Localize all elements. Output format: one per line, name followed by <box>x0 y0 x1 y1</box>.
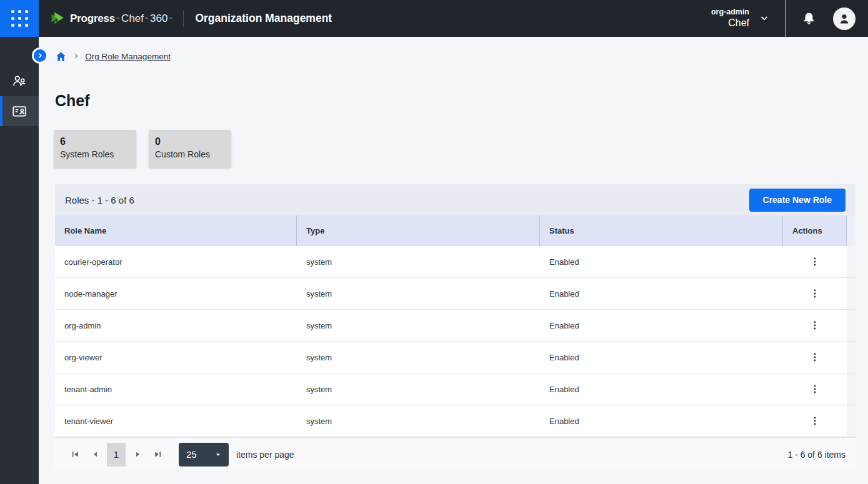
table-row: tenant-admin system Enabled <box>55 373 856 405</box>
stat-card-custom-roles: 0 Custom Roles <box>149 130 231 168</box>
row-actions-menu-button[interactable] <box>806 412 824 430</box>
roles-table-card: Roles - 1 - 6 of 6 Create New Role Role … <box>55 184 856 471</box>
page-size-value: 25 <box>186 449 197 460</box>
row-actions-menu-button[interactable] <box>806 380 824 398</box>
notifications-button[interactable] <box>801 11 817 26</box>
column-header-type: Type <box>297 215 540 246</box>
chevron-down-icon <box>759 13 769 23</box>
cell-type: system <box>297 342 540 373</box>
previous-page-button[interactable] <box>85 445 105 465</box>
cell-role-name: courier-operator <box>55 246 297 277</box>
pagination-range-label: 1 - 6 of 6 items <box>787 450 846 460</box>
header-divider <box>183 11 184 27</box>
last-page-button[interactable] <box>147 445 167 465</box>
kebab-menu-icon <box>810 416 820 426</box>
stat-value: 6 <box>60 136 136 149</box>
row-actions-menu-button[interactable] <box>806 252 824 271</box>
last-page-icon <box>153 450 162 459</box>
cell-role-name: tenant-admin <box>55 373 297 405</box>
stat-label: Custom Roles <box>155 149 231 161</box>
breadcrumb-separator: › <box>74 50 77 61</box>
cell-role-name: org-admin <box>55 310 297 341</box>
table-scroll-gutter <box>847 215 856 246</box>
kebab-menu-icon <box>810 289 820 299</box>
kebab-menu-icon <box>810 320 820 330</box>
create-new-role-button[interactable]: Create New Role <box>749 189 846 212</box>
table-row: org-viewer system Enabled <box>55 342 856 373</box>
home-icon <box>55 51 67 62</box>
org-switcher[interactable]: org-admin Chef <box>711 7 769 30</box>
table-row: org-admin system Enabled <box>55 310 856 342</box>
app-grid-button[interactable] <box>0 0 39 37</box>
sidebar-item-roles[interactable] <box>0 96 39 126</box>
cell-role-name: tenant-viewer <box>55 405 297 437</box>
trademark-mark: ™ <box>144 17 148 21</box>
first-page-icon <box>71 450 80 459</box>
app-grid-icon <box>11 10 28 27</box>
cell-status: Enabled <box>540 278 783 309</box>
app-title: Organization Management <box>195 12 332 25</box>
next-page-button[interactable] <box>127 445 147 465</box>
stat-value: 0 <box>155 136 231 149</box>
cell-type: system <box>297 246 540 277</box>
table-title: Roles - 1 - 6 of 6 <box>65 195 134 205</box>
brand-progress: Progress <box>70 12 115 25</box>
bell-icon <box>801 11 817 26</box>
first-page-button[interactable] <box>65 445 85 465</box>
brand-chef: Chef <box>121 12 144 25</box>
row-actions-menu-button[interactable] <box>806 316 824 335</box>
items-per-page-label: items per page <box>236 450 294 460</box>
table-body: courier-operator system Enabled node-man… <box>55 246 856 437</box>
table-row: node-manager system Enabled <box>55 278 856 310</box>
table-header-row: Role Name Type Status Actions <box>55 215 856 246</box>
progress-logo-icon <box>50 11 66 26</box>
caret-down-icon <box>215 452 221 458</box>
table-toolbar: Roles - 1 - 6 of 6 Create New Role <box>55 184 856 215</box>
page-title: Chef <box>55 92 868 110</box>
kebab-menu-icon <box>810 352 820 362</box>
main-content: › Org Role Management Chef 6 System Role… <box>39 37 868 484</box>
sidebar-item-users[interactable] <box>0 66 39 96</box>
column-header-actions: Actions <box>783 215 847 246</box>
cell-status: Enabled <box>540 310 783 341</box>
table-row: courier-operator system Enabled <box>55 246 856 278</box>
stat-card-system-roles: 6 System Roles <box>54 130 136 168</box>
trademark-mark: ™ <box>168 17 172 21</box>
role-card-icon <box>11 103 27 119</box>
user-avatar[interactable] <box>833 7 856 30</box>
stat-cards: 6 System Roles 0 Custom Roles <box>54 130 868 168</box>
user-org-label: Chef <box>728 17 749 30</box>
next-page-icon <box>134 450 142 458</box>
column-header-status: Status <box>540 215 783 246</box>
cell-status: Enabled <box>540 373 783 405</box>
top-bar: Progress™ Chef™ 360™ Organization Manage… <box>0 0 868 37</box>
cell-type: system <box>297 310 540 341</box>
cell-status: Enabled <box>540 405 783 437</box>
page-size-select[interactable]: 25 <box>179 443 229 467</box>
previous-page-icon <box>91 450 99 458</box>
current-page-indicator[interactable]: 1 <box>107 443 126 467</box>
table-row: tenant-viewer system Enabled <box>55 405 856 437</box>
cell-status: Enabled <box>540 342 783 373</box>
cell-type: system <box>297 405 540 437</box>
table-pagination: 1 25 items per page 1 - 6 of 6 items <box>55 437 856 471</box>
brand-360: 360 <box>150 12 167 25</box>
sidebar <box>0 37 39 484</box>
stat-label: System Roles <box>60 149 136 161</box>
brand-logo: Progress™ Chef™ 360™ <box>50 11 172 26</box>
cell-role-name: node-manager <box>55 278 297 309</box>
users-icon <box>11 73 27 89</box>
kebab-menu-icon <box>810 384 820 394</box>
column-header-role-name: Role Name <box>55 215 297 246</box>
breadcrumb-home-button[interactable] <box>55 51 67 62</box>
row-actions-menu-button[interactable] <box>806 348 824 367</box>
sidebar-expand-button[interactable] <box>32 47 48 64</box>
cell-status: Enabled <box>540 246 783 277</box>
person-icon <box>837 11 852 26</box>
user-role-label: org-admin <box>711 7 749 17</box>
breadcrumb-link[interactable]: Org Role Management <box>85 52 171 61</box>
trademark-mark: ™ <box>116 17 119 21</box>
chevron-right-icon <box>36 52 44 59</box>
row-actions-menu-button[interactable] <box>806 284 824 303</box>
cell-type: system <box>297 278 540 309</box>
